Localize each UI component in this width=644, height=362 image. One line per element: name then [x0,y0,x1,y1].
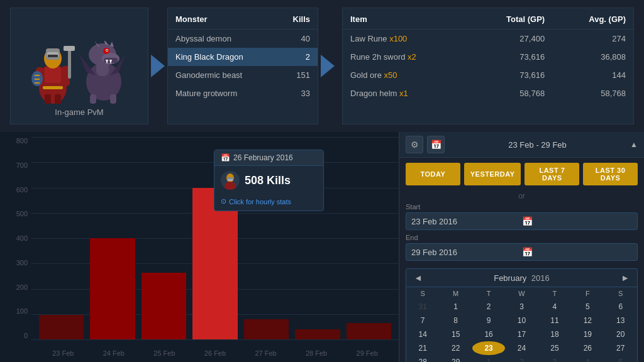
calendar-day-header: W [505,287,538,300]
tooltip-footer[interactable]: ⊙ Click for hourly stats [214,195,323,211]
today-button[interactable]: Today [406,163,460,185]
item-name: Dragon helm x1 [343,84,469,102]
monster-kills: 40 [275,30,318,48]
x-axis-label: 28 Feb [306,349,327,357]
monster-table-row[interactable]: Mature grotworm 33 [168,84,318,102]
calendar-day[interactable]: 4 [571,355,604,362]
calendar-day[interactable]: 4 [538,300,571,314]
tooltip-hint: Click for hourly stats [229,198,291,206]
x-axis-label: 24 Feb [103,349,125,357]
calendar-day[interactable]: 21 [406,341,439,355]
calendar-day[interactable]: 11 [538,314,571,327]
calendar-day[interactable]: 29 [439,355,472,362]
chart-bar-group[interactable] [347,137,391,339]
range-up-arrow[interactable]: ▲ [630,140,638,149]
x-axis-label: 23 Feb [52,349,74,357]
last30days-button[interactable]: Last 30 Days [583,163,638,185]
y-axis-label: 700 [16,162,28,169]
gear-button[interactable]: ⚙ [406,136,423,153]
monster-name: King Black Dragon [168,48,275,66]
calendar-day[interactable]: 25 [538,341,571,355]
calendar-next-button[interactable]: ► [618,273,632,283]
calendar-day-header: F [571,287,604,300]
dragon-icon [77,41,128,104]
calendar-day[interactable]: 10 [505,314,538,327]
item-avg: 274 [552,30,633,48]
calendar-day[interactable]: 8 [439,314,472,327]
svg-rect-12 [68,47,71,79]
arrow-to-items [318,8,337,124]
calendar-day[interactable]: 3 [505,300,538,314]
monster-table-row[interactable]: King Black Dragon 2 [168,48,318,66]
svg-rect-9 [48,55,58,57]
chart-tooltip[interactable]: 📅 26 February 2016 508 Kills [214,150,324,211]
y-axis-label: 400 [16,234,28,242]
y-axis-label: 100 [16,307,28,315]
item-name: Law Rune x100 [343,30,469,48]
last7days-button[interactable]: Last 7 Days [525,163,579,185]
game-panel-label: In-game PvM [55,107,103,117]
tooltip-avatar [221,171,240,190]
calendar-day[interactable]: 18 [538,327,571,341]
yesterday-button[interactable]: Yesterday [464,163,521,185]
calendar-day[interactable]: 1 [439,300,472,314]
calendar-day[interactable]: 23 [472,341,505,355]
chart-bar-group[interactable] [39,137,84,339]
calendar-day[interactable]: 24 [505,341,538,355]
chart-bar-group[interactable] [142,137,186,339]
calendar-day[interactable]: 14 [406,327,439,341]
calendar-day[interactable]: 1 [472,355,505,362]
calendar-day[interactable]: 12 [571,314,604,327]
calendar-grid: SMTWTFS 31123456789101112131415161718192… [406,287,637,362]
tooltip-date: 26 February 2016 [233,153,293,162]
calendar-week-row: 14151617181920 [406,327,637,341]
chart-bar [142,273,186,339]
date-inputs: Start 23 Feb 2016 📅 End 29 Feb 2016 📅 [399,203,644,268]
start-date-input[interactable]: 23 Feb 2016 📅 [406,212,638,230]
calendar-day[interactable]: 28 [406,355,439,362]
monster-name: Mature grotworm [168,84,275,102]
kills-col-header: Kills [275,8,318,30]
monster-name: Abyssal demon [168,30,275,48]
calendar-prev-button[interactable]: ◄ [411,273,425,283]
calendar-day[interactable]: 22 [439,341,472,355]
calendar-day[interactable]: 2 [505,355,538,362]
item-table-row: Rune 2h sword x2 73,616 36,808 [343,48,633,66]
start-date-field: Start 23 Feb 2016 📅 [406,203,638,230]
calendar-day[interactable]: 6 [604,300,637,314]
calendar-day[interactable]: 27 [604,341,637,355]
calendar-day[interactable]: 26 [571,341,604,355]
calendar-day[interactable]: 5 [571,300,604,314]
monster-table-row[interactable]: Abyssal demon 40 [168,30,318,48]
quick-buttons-row: Today Yesterday Last 7 Days Last 30 Days [399,158,644,190]
calendar-day-header: M [439,287,472,300]
monster-kills: 2 [275,48,318,66]
calendar-day[interactable]: 7 [406,314,439,327]
calendar-day[interactable]: 2 [472,300,505,314]
calendar-day[interactable]: 16 [472,327,505,341]
calendar-icon: 📅 [431,140,441,150]
end-date-field: End 29 Feb 2016 📅 [406,234,638,261]
calendar-day[interactable]: 3 [538,355,571,362]
svg-rect-1 [45,94,51,104]
end-date-input[interactable]: 29 Feb 2016 📅 [406,243,638,261]
chart-bar-group[interactable] [90,137,135,339]
svg-rect-34 [110,94,116,104]
svg-rect-33 [90,94,96,104]
calendar-day[interactable]: 9 [472,314,505,327]
calendar-day[interactable]: 13 [604,314,637,327]
calendar-day[interactable]: 15 [439,327,472,341]
calendar-toggle-button[interactable]: 📅 [427,136,445,153]
item-total: 58,768 [469,84,553,102]
calendar-day[interactable]: 17 [505,327,538,341]
arrow-to-monsters [148,8,167,124]
item-qty: x2 [408,52,416,62]
y-axis-label: 300 [16,259,28,266]
monster-table-row[interactable]: Ganodermic beast 151 [168,66,318,84]
calendar-day[interactable]: 5 [604,355,637,362]
calendar-day[interactable]: 19 [571,327,604,341]
calendar-day[interactable]: 20 [604,327,637,341]
calendar-day[interactable]: 31 [406,300,439,314]
y-axis-label: 200 [16,283,28,291]
monster-col-header: Monster [168,8,275,30]
